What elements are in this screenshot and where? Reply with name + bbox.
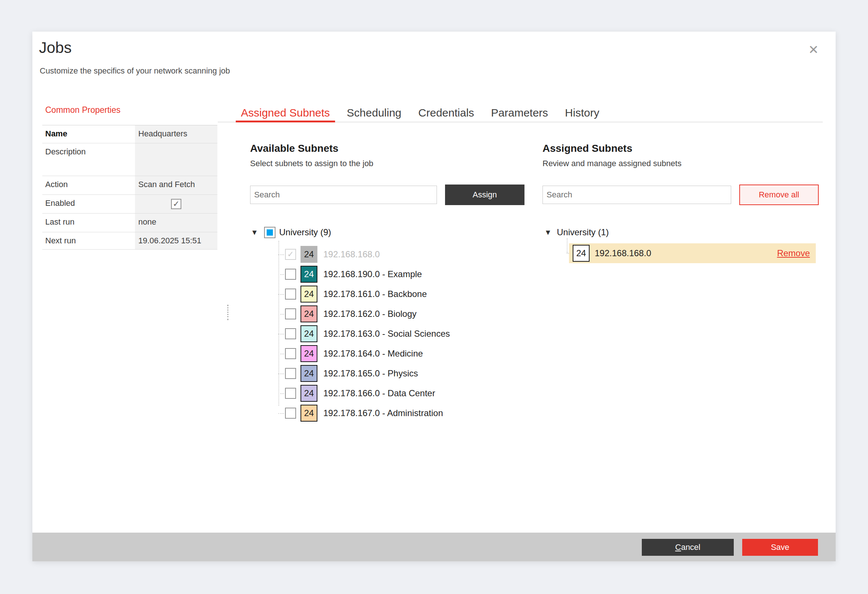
- tab-bar: Assigned SubnetsSchedulingCredentialsPar…: [236, 103, 604, 122]
- property-label: Name: [42, 125, 135, 143]
- assign-button[interactable]: Assign: [445, 184, 524, 205]
- jobs-dialog: Jobs Customize the specifics of your net…: [32, 32, 836, 561]
- available-subnet-row[interactable]: 24192.178.167.0 - Administration: [285, 403, 450, 423]
- subnet-mask-badge: 24: [301, 345, 317, 362]
- assigned-subnets-heading: Assigned Subnets: [542, 143, 632, 155]
- remove-all-button[interactable]: Remove all: [739, 184, 819, 205]
- assigned-group-label: University (1): [557, 227, 609, 237]
- subnet-label: 192.168.168.0: [595, 248, 651, 258]
- subnet-label: 192.178.166.0 - Data Center: [323, 388, 435, 398]
- subnet-checkbox[interactable]: [285, 348, 296, 359]
- property-value-description[interactable]: [135, 143, 217, 176]
- subnet-checkbox[interactable]: [285, 388, 296, 399]
- save-button[interactable]: Save: [742, 539, 818, 556]
- splitter-handle[interactable]: [227, 305, 229, 320]
- subnet-label: 192.178.162.0 - Biology: [323, 309, 417, 319]
- subnet-label: 192.178.165.0 - Physics: [323, 368, 418, 379]
- expander-icon[interactable]: ▼: [544, 228, 555, 237]
- assigned-subnets-subheading: Review and manage assigned subnets: [542, 159, 682, 168]
- property-label: Action: [42, 176, 135, 195]
- available-subnet-row[interactable]: 24192.168.168.0: [285, 245, 450, 264]
- subnet-checkbox: [285, 249, 296, 260]
- available-group-row[interactable]: ▼ University (9): [251, 226, 331, 239]
- subnet-label: 192.168.168.0: [323, 249, 379, 259]
- subnet-checkbox[interactable]: [285, 289, 296, 299]
- property-row-description: Description: [42, 143, 217, 176]
- tab-assigned-subnets[interactable]: Assigned Subnets: [236, 103, 335, 122]
- subnet-checkbox[interactable]: [285, 368, 296, 379]
- assigned-search-input[interactable]: [542, 186, 731, 204]
- assigned-group-row[interactable]: ▼ University (1): [544, 226, 609, 239]
- subnet-mask-badge: 24: [301, 385, 317, 402]
- available-subnet-row[interactable]: 24192.178.163.0 - Social Sciences: [285, 324, 450, 344]
- subnet-mask-badge: 24: [301, 286, 317, 302]
- subnet-label: 192.168.190.0 - Example: [323, 269, 422, 279]
- available-group-label: University (9): [279, 227, 331, 237]
- subnet-mask-badge: 24: [301, 305, 317, 322]
- properties-table: NameHeadquartersDescriptionActionScan an…: [42, 125, 217, 249]
- subnet-label: 192.178.164.0 - Medicine: [323, 348, 423, 359]
- available-subnet-row[interactable]: 24192.178.161.0 - Backbone: [285, 284, 450, 304]
- group-checkbox[interactable]: [264, 227, 276, 238]
- subnet-checkbox[interactable]: [285, 408, 296, 419]
- dialog-title: Jobs: [39, 39, 72, 57]
- property-label: Next run: [42, 232, 135, 249]
- subnet-label: 192.178.167.0 - Administration: [323, 408, 443, 418]
- tab-credentials[interactable]: Credentials: [413, 103, 479, 122]
- subnet-mask-badge: 24: [301, 246, 317, 263]
- property-value-action[interactable]: Scan and Fetch: [135, 176, 217, 195]
- property-value-last-run: none: [135, 214, 217, 232]
- tab-scheduling[interactable]: Scheduling: [342, 103, 406, 122]
- property-row-next-run: Next run19.06.2025 15:51: [42, 232, 217, 249]
- tab-parameters[interactable]: Parameters: [486, 103, 553, 122]
- common-properties-heading: Common Properties: [45, 105, 121, 115]
- subnet-mask-badge: 24: [301, 325, 317, 342]
- subnet-checkbox[interactable]: [285, 269, 296, 280]
- available-subnet-row[interactable]: 24192.178.166.0 - Data Center: [285, 383, 450, 403]
- subnet-label: 192.178.163.0 - Social Sciences: [323, 329, 450, 339]
- available-subnet-row[interactable]: 24192.178.164.0 - Medicine: [285, 344, 450, 364]
- property-label: Description: [42, 143, 135, 176]
- enabled-checkbox[interactable]: [171, 199, 181, 209]
- available-subnets-subheading: Select subnets to assign to the job: [250, 159, 373, 168]
- subnet-mask-badge: 24: [301, 405, 317, 422]
- available-subnets-heading: Available Subnets: [250, 143, 338, 155]
- subnet-checkbox[interactable]: [285, 308, 296, 320]
- tab-history[interactable]: History: [560, 103, 604, 122]
- subnet-mask-badge: 24: [573, 245, 590, 262]
- dialog-subtitle: Customize the specifics of your network …: [40, 66, 230, 76]
- property-label: Last run: [42, 214, 135, 232]
- available-subnet-row[interactable]: 24192.178.165.0 - Physics: [285, 364, 450, 383]
- subnet-mask-badge: 24: [301, 365, 317, 382]
- assigned-subnet-list: 24192.168.168.0Remove: [569, 243, 816, 263]
- expander-icon[interactable]: ▼: [251, 228, 261, 237]
- subnet-label: 192.178.161.0 - Backbone: [323, 289, 427, 299]
- property-row-action: ActionScan and Fetch: [42, 176, 217, 195]
- close-icon[interactable]: ✕: [808, 43, 819, 56]
- property-value-enabled[interactable]: [135, 195, 217, 213]
- subnet-mask-badge: 24: [301, 266, 317, 283]
- property-row-enabled: Enabled: [42, 195, 217, 214]
- available-search-input[interactable]: [250, 186, 437, 204]
- available-subnet-row[interactable]: 24192.178.162.0 - Biology: [285, 304, 450, 324]
- footer-bar: Cancel Save: [32, 533, 836, 561]
- cancel-button[interactable]: Cancel: [642, 539, 734, 556]
- remove-link[interactable]: Remove: [777, 248, 810, 258]
- available-subnet-list: 24192.168.168.024192.168.190.0 - Example…: [285, 245, 450, 423]
- subnet-checkbox[interactable]: [285, 328, 296, 339]
- property-label: Enabled: [42, 195, 135, 213]
- available-subnet-row[interactable]: 24192.168.190.0 - Example: [285, 264, 450, 284]
- assigned-subnet-row[interactable]: 24192.168.168.0Remove: [569, 243, 816, 263]
- property-row-name: NameHeadquarters: [42, 125, 217, 143]
- property-value-name[interactable]: Headquarters: [135, 125, 217, 143]
- property-value-next-run: 19.06.2025 15:51: [135, 232, 217, 249]
- property-row-last-run: Last runnone: [42, 214, 217, 232]
